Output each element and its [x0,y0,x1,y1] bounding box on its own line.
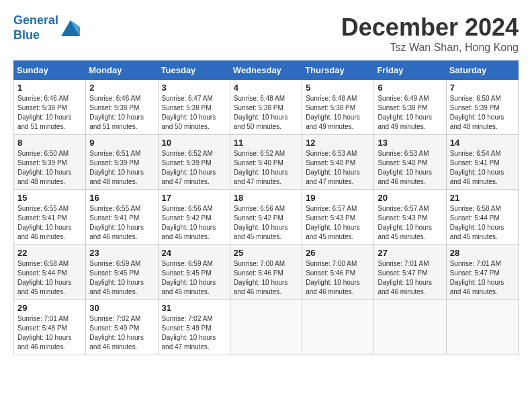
weekday-header-monday: Monday [86,61,158,80]
day-info: Sunrise: 6:59 AMSunset: 5:45 PMDaylight:… [89,259,154,297]
day-info: Sunrise: 6:52 AMSunset: 5:40 PMDaylight:… [234,149,298,187]
calendar-cell: 26Sunrise: 7:00 AMSunset: 5:46 PMDayligh… [302,245,374,300]
day-number: 20 [378,193,442,203]
day-info: Sunrise: 6:55 AMSunset: 5:41 PMDaylight:… [17,204,82,242]
day-number: 8 [17,138,82,148]
day-info: Sunrise: 6:56 AMSunset: 5:42 PMDaylight:… [234,204,298,242]
page-header: GeneralBlue December 2024 Tsz Wan Shan, … [13,13,519,54]
weekday-header-tuesday: Tuesday [158,61,230,80]
calendar-cell: 10Sunrise: 6:52 AMSunset: 5:39 PMDayligh… [158,135,230,190]
day-number: 19 [306,193,370,203]
day-info: Sunrise: 7:02 AMSunset: 5:49 PMDaylight:… [162,314,226,352]
day-number: 7 [450,83,515,93]
day-number: 30 [89,303,154,313]
month-title: December 2024 [341,13,519,42]
day-number: 18 [234,193,298,203]
day-info: Sunrise: 6:58 AMSunset: 5:44 PMDaylight:… [17,259,82,297]
day-number: 28 [450,248,515,258]
logo-text: GeneralBlue [13,13,58,42]
calendar-cell: 3Sunrise: 6:47 AMSunset: 5:38 PMDaylight… [158,80,230,135]
day-info: Sunrise: 6:56 AMSunset: 5:42 PMDaylight:… [162,204,226,242]
day-number: 25 [234,248,298,258]
calendar-cell: 31Sunrise: 7:02 AMSunset: 5:49 PMDayligh… [158,300,230,355]
calendar-week-row: 22Sunrise: 6:58 AMSunset: 5:44 PMDayligh… [14,245,519,300]
day-number: 2 [89,83,154,93]
calendar-cell: 9Sunrise: 6:51 AMSunset: 5:39 PMDaylight… [86,135,158,190]
calendar-cell: 25Sunrise: 7:00 AMSunset: 5:46 PMDayligh… [230,245,302,300]
calendar-cell: 12Sunrise: 6:53 AMSunset: 5:40 PMDayligh… [302,135,374,190]
day-number: 1 [17,83,82,93]
calendar-cell: 21Sunrise: 6:58 AMSunset: 5:44 PMDayligh… [446,190,518,245]
day-info: Sunrise: 6:54 AMSunset: 5:41 PMDaylight:… [450,149,515,187]
calendar-cell: 13Sunrise: 6:53 AMSunset: 5:40 PMDayligh… [374,135,446,190]
day-info: Sunrise: 6:51 AMSunset: 5:39 PMDaylight:… [89,149,154,187]
calendar-cell: 11Sunrise: 6:52 AMSunset: 5:40 PMDayligh… [230,135,302,190]
location: Tsz Wan Shan, Hong Kong [341,42,519,54]
calendar-cell: 1Sunrise: 6:46 AMSunset: 5:38 PMDaylight… [14,80,86,135]
day-info: Sunrise: 6:52 AMSunset: 5:39 PMDaylight:… [162,149,226,187]
calendar-cell: 8Sunrise: 6:50 AMSunset: 5:39 PMDaylight… [14,135,86,190]
day-info: Sunrise: 6:46 AMSunset: 5:38 PMDaylight:… [89,94,154,132]
day-info: Sunrise: 6:46 AMSunset: 5:38 PMDaylight:… [17,94,82,132]
day-number: 12 [306,138,370,148]
day-info: Sunrise: 6:57 AMSunset: 5:43 PMDaylight:… [306,204,370,242]
weekday-header-thursday: Thursday [302,61,374,80]
calendar-week-row: 8Sunrise: 6:50 AMSunset: 5:39 PMDaylight… [14,135,519,190]
calendar-cell: 24Sunrise: 6:59 AMSunset: 5:45 PMDayligh… [158,245,230,300]
calendar-cell [374,300,446,355]
calendar-cell: 14Sunrise: 6:54 AMSunset: 5:41 PMDayligh… [446,135,518,190]
day-number: 17 [162,193,226,203]
day-info: Sunrise: 6:58 AMSunset: 5:44 PMDaylight:… [450,204,515,242]
calendar-cell: 22Sunrise: 6:58 AMSunset: 5:44 PMDayligh… [14,245,86,300]
day-info: Sunrise: 6:53 AMSunset: 5:40 PMDaylight:… [378,149,442,187]
calendar-cell: 18Sunrise: 6:56 AMSunset: 5:42 PMDayligh… [230,190,302,245]
day-info: Sunrise: 7:01 AMSunset: 5:48 PMDaylight:… [17,314,82,352]
day-number: 4 [234,83,298,93]
weekday-header-saturday: Saturday [446,61,518,80]
day-info: Sunrise: 6:53 AMSunset: 5:40 PMDaylight:… [306,149,370,187]
day-number: 13 [378,138,442,148]
calendar-week-row: 1Sunrise: 6:46 AMSunset: 5:38 PMDaylight… [14,80,519,135]
day-info: Sunrise: 7:00 AMSunset: 5:46 PMDaylight:… [306,259,370,297]
day-number: 24 [162,248,226,258]
day-number: 27 [378,248,442,258]
calendar-cell [302,300,374,355]
day-number: 31 [162,303,226,313]
calendar-cell: 28Sunrise: 7:01 AMSunset: 5:47 PMDayligh… [446,245,518,300]
calendar-cell: 17Sunrise: 6:56 AMSunset: 5:42 PMDayligh… [158,190,230,245]
calendar-cell: 4Sunrise: 6:48 AMSunset: 5:38 PMDaylight… [230,80,302,135]
calendar-cell: 20Sunrise: 6:57 AMSunset: 5:43 PMDayligh… [374,190,446,245]
weekday-header-friday: Friday [374,61,446,80]
calendar-cell: 15Sunrise: 6:55 AMSunset: 5:41 PMDayligh… [14,190,86,245]
day-number: 14 [450,138,515,148]
logo: GeneralBlue [13,13,80,42]
weekday-header-sunday: Sunday [14,61,86,80]
day-number: 29 [17,303,82,313]
day-info: Sunrise: 6:59 AMSunset: 5:45 PMDaylight:… [162,259,226,297]
day-number: 15 [17,193,82,203]
day-number: 10 [162,138,226,148]
calendar-week-row: 15Sunrise: 6:55 AMSunset: 5:41 PMDayligh… [14,190,519,245]
calendar-cell: 7Sunrise: 6:50 AMSunset: 5:39 PMDaylight… [446,80,518,135]
day-info: Sunrise: 6:48 AMSunset: 5:38 PMDaylight:… [306,94,370,132]
calendar-cell: 5Sunrise: 6:48 AMSunset: 5:38 PMDaylight… [302,80,374,135]
calendar-cell: 29Sunrise: 7:01 AMSunset: 5:48 PMDayligh… [14,300,86,355]
calendar-cell: 30Sunrise: 7:02 AMSunset: 5:49 PMDayligh… [86,300,158,355]
day-number: 22 [17,248,82,258]
day-number: 6 [378,83,442,93]
calendar-cell [230,300,302,355]
calendar-cell: 23Sunrise: 6:59 AMSunset: 5:45 PMDayligh… [86,245,158,300]
day-number: 16 [89,193,154,203]
day-info: Sunrise: 7:00 AMSunset: 5:46 PMDaylight:… [234,259,298,297]
day-info: Sunrise: 6:47 AMSunset: 5:38 PMDaylight:… [162,94,226,132]
day-info: Sunrise: 6:49 AMSunset: 5:38 PMDaylight:… [378,94,442,132]
day-number: 3 [162,83,226,93]
calendar-week-row: 29Sunrise: 7:01 AMSunset: 5:48 PMDayligh… [14,300,519,355]
day-number: 23 [89,248,154,258]
day-info: Sunrise: 7:01 AMSunset: 5:47 PMDaylight:… [450,259,515,297]
calendar-cell: 16Sunrise: 6:55 AMSunset: 5:41 PMDayligh… [86,190,158,245]
day-info: Sunrise: 6:55 AMSunset: 5:41 PMDaylight:… [89,204,154,242]
day-info: Sunrise: 6:57 AMSunset: 5:43 PMDaylight:… [378,204,442,242]
calendar-cell: 19Sunrise: 6:57 AMSunset: 5:43 PMDayligh… [302,190,374,245]
calendar-cell [446,300,518,355]
